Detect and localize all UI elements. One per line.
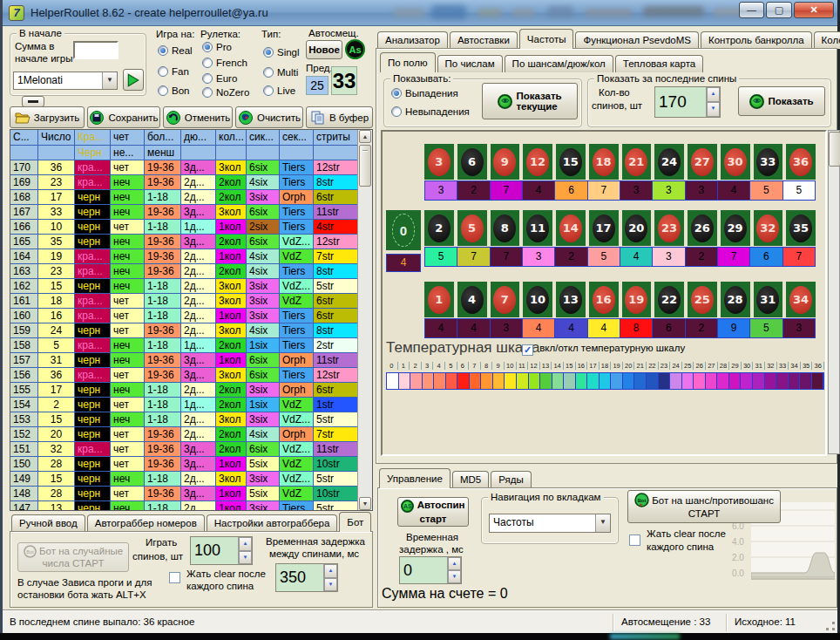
- table-row[interactable]: 14713черннеч1-182д...1кол3sixTiers5str: [10, 501, 359, 511]
- table-row[interactable]: 1542чернчет1-181д...2кол1sixVdZ1str: [10, 398, 359, 412]
- maximize-button[interactable]: ▢: [766, 2, 792, 18]
- radio-pro[interactable]: Pro: [202, 42, 232, 52]
- clear-button[interactable]: Очистить: [235, 106, 303, 128]
- tab-bankroll[interactable]: Контроль банкролла: [701, 31, 812, 49]
- table-row[interactable]: 16419кра...неч19-362д...1кол4sixVdZ7str: [10, 249, 359, 264]
- table-row[interactable]: 16016кра...чет1-182д...1кол3sixTiers6str: [10, 309, 359, 323]
- tab-by-field[interactable]: По полю: [380, 52, 436, 72]
- title-bar[interactable]: 7 HelperRoullet 8.62 - create helperroul…: [3, 0, 837, 26]
- table-row[interactable]: 15220чернчет19-362д...2кол4sixOrph7str: [10, 427, 359, 442]
- load-button[interactable]: Загрузить: [10, 106, 85, 128]
- table-row[interactable]: 16923кра...неч19-362д...2кол4sixTiers8st…: [10, 175, 359, 190]
- profile-combo[interactable]: 1Melonati ▼: [13, 71, 118, 90]
- chevron-down-icon[interactable]: ▼: [102, 72, 117, 89]
- spin-down-icon[interactable]: ▼: [239, 551, 252, 565]
- radio-hits[interactable]: Выпадения: [391, 88, 458, 99]
- tab-analyzer[interactable]: Анализатор: [377, 31, 448, 49]
- nav-tab-combo[interactable]: Частоты ▼: [489, 514, 611, 533]
- spin-up-icon[interactable]: ▲: [707, 87, 720, 102]
- clear-after-spin-checkbox[interactable]: [629, 534, 640, 546]
- table-row[interactable]: 17036кра...чет19-363д...3кол6sixTiers12s…: [10, 160, 359, 175]
- table-scrollbar[interactable]: ▲ ▼: [357, 130, 372, 510]
- table-row[interactable]: 15132кра...чет19-363д...2кол6sixVdZ...11…: [10, 442, 359, 457]
- close-button[interactable]: ✕: [794, 2, 834, 18]
- copy-to-buffer-button[interactable]: В буфер: [306, 106, 373, 128]
- spin-down-icon[interactable]: ▼: [324, 578, 337, 592]
- table-row[interactable]: 14828чернчет19-363д...1кол5sixVdZ10str: [10, 487, 359, 501]
- start-sum-input[interactable]: [73, 41, 119, 59]
- spin-up-icon[interactable]: ▲: [324, 564, 337, 578]
- nav-group: Навигация по вкладкам Частоты ▼: [481, 497, 619, 544]
- radio-singl[interactable]: Singl: [263, 47, 300, 58]
- radio-fan[interactable]: Fan: [158, 66, 189, 77]
- table-row[interactable]: 16610чернчет1-181д...1кол2sixTiers4str: [10, 220, 359, 235]
- board-scrollbar[interactable]: [828, 130, 840, 454]
- table-row[interactable]: 16323кра...неч19-362д...2кол4sixTiers8st…: [10, 264, 359, 279]
- temp-scale-checkbox[interactable]: ✓ вкл/откл температурную шкалу: [522, 343, 685, 356]
- radio-real[interactable]: Real: [158, 45, 193, 56]
- table-row[interactable]: 14915черннеч1-182д...3кол3sixVdZ...5str: [10, 472, 359, 487]
- as-icon-button[interactable]: As: [345, 39, 365, 59]
- tab-manual-input[interactable]: Ручной ввод: [11, 514, 85, 532]
- chance-bot-start-button[interactable]: Bot Бот на шанс/противошанс СТАРТ: [627, 490, 781, 523]
- tab-rows[interactable]: Ряды: [491, 471, 532, 488]
- table-row[interactable]: 15028чернчет19-363д...1кол5sixVdZ10str: [10, 457, 359, 472]
- tab-autograbber[interactable]: Автограббер номеров: [87, 514, 205, 532]
- chevron-down-icon[interactable]: ▼: [595, 514, 610, 532]
- clear-after-spin-checkbox[interactable]: [169, 572, 180, 583]
- radio-bon[interactable]: Bon: [158, 85, 189, 96]
- radio-multi[interactable]: Multi: [263, 67, 298, 78]
- save-button[interactable]: Сохранить: [87, 106, 160, 128]
- table-row[interactable]: 15517черннеч1-182д...2кол3sixOrph6str: [10, 383, 359, 398]
- table-row[interactable]: 15924чернчет19-362д...3кол4sixTiers8str: [10, 323, 359, 338]
- spin-up-icon[interactable]: ▲: [448, 557, 461, 570]
- table-row[interactable]: 16733черннеч19-363д...3кол6sixTiers11str: [10, 205, 359, 220]
- delay-stepper[interactable]: 350 ▲▼: [275, 563, 338, 592]
- tab-autobets[interactable]: Автоставки: [450, 31, 518, 49]
- play-button[interactable]: [123, 69, 144, 91]
- spins-count-stepper[interactable]: 170 ▲▼: [654, 86, 721, 118]
- table-row[interactable]: 16118кра...чет1-182д...3кол3sixVdZ6str: [10, 294, 359, 309]
- undo-button[interactable]: Отменить: [163, 106, 233, 128]
- tab-grabber-settings[interactable]: Настройки автограббера: [207, 514, 338, 532]
- radio-misses[interactable]: Невыпадения: [391, 106, 470, 117]
- minimize-button[interactable]: —: [739, 2, 764, 18]
- table-row[interactable]: 15636кра...чет19-363д...3кол6sixTiers12s…: [10, 368, 359, 383]
- scroll-up-icon[interactable]: ▲: [359, 130, 371, 143]
- show-button[interactable]: 👁Показать: [738, 86, 825, 116]
- resize-grip[interactable]: [826, 622, 835, 630]
- spin-down-icon[interactable]: ▼: [707, 102, 720, 117]
- show-current-button[interactable]: 👁Показать текущие: [482, 83, 578, 119]
- tab-by-numbers[interactable]: По числам: [437, 55, 503, 72]
- tab-bot[interactable]: Бот: [339, 512, 371, 532]
- board-number-cell: 33: [754, 144, 783, 180]
- table-row[interactable]: 1585кра...неч1-181д...2кол1sixTiers2str: [10, 338, 359, 353]
- delay-stepper[interactable]: 0 ▲▼: [399, 556, 462, 584]
- play-spins-stepper[interactable]: 100 ▲▼: [190, 536, 253, 565]
- table-row[interactable]: 16535черннеч19-363д...2кол6sixVdZ...12st…: [10, 235, 359, 249]
- scroll-down-icon[interactable]: ▼: [359, 497, 371, 510]
- radio-euro[interactable]: Euro: [202, 73, 237, 84]
- table-row[interactable]: 16817черннеч1-182д...2кол3sixOrph6str: [10, 190, 359, 205]
- tab-psevdoms[interactable]: Функционал PsevdoMS: [575, 31, 699, 49]
- radio-nozero[interactable]: NoZero: [202, 87, 249, 98]
- scrollbar-thumb[interactable]: [829, 132, 840, 167]
- table-row[interactable]: 15731черннеч19-363д...1кол6sixOrph11str: [10, 353, 359, 368]
- new-button[interactable]: Новое: [306, 40, 342, 59]
- scrollbar-thumb[interactable]: [359, 145, 371, 187]
- tab-frequencies[interactable]: Частоты: [519, 29, 574, 49]
- tab-md5[interactable]: MD5: [452, 471, 489, 488]
- autospin-start-button[interactable]: AS Автоспин старт: [397, 497, 469, 527]
- tab-control[interactable]: Управление: [379, 468, 450, 488]
- tab-by-chances[interactable]: По шансам/дюж/кол: [505, 55, 613, 72]
- spin-down-icon[interactable]: ▼: [448, 570, 461, 583]
- radio-live[interactable]: Live: [263, 85, 295, 96]
- table-row[interactable]: 15315черннеч1-182д...3кол3sixVdZ...5str: [10, 412, 359, 427]
- tab-wheel[interactable]: Колесо: [814, 31, 840, 49]
- radio-french[interactable]: French: [202, 58, 247, 68]
- tab-heatmap[interactable]: Тепловая карта: [615, 55, 703, 72]
- random-bot-start-button[interactable]: Bot Бот на случайные числа СТАРТ: [17, 542, 129, 572]
- table-cell: 6str: [314, 294, 359, 309]
- table-row[interactable]: 16215черннеч1-182д...3кол3sixVdZ...5str: [10, 279, 359, 294]
- spin-up-icon[interactable]: ▲: [239, 537, 252, 551]
